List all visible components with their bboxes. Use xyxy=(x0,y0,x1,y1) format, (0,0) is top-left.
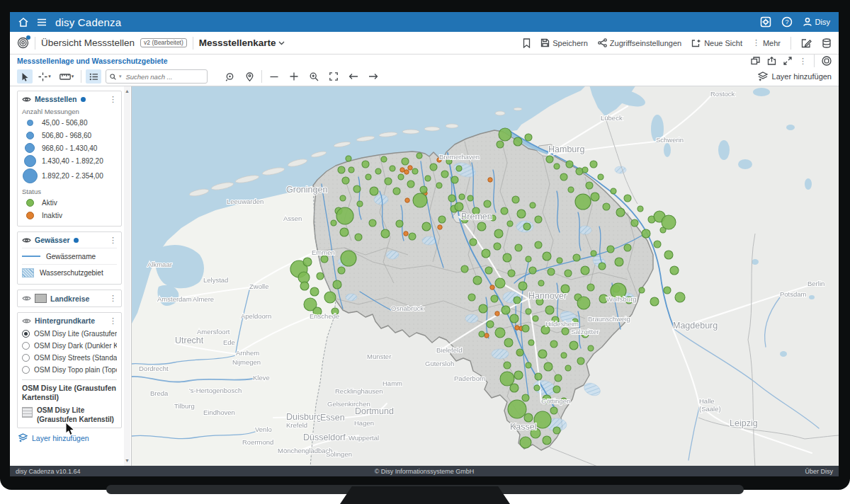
messstelle-point-aktiv[interactable] xyxy=(430,164,437,171)
messstelle-point-aktiv[interactable] xyxy=(300,282,309,290)
help-icon[interactable]: ? xyxy=(781,16,793,28)
messstelle-point-inaktiv[interactable] xyxy=(515,326,519,330)
messstelle-point-aktiv[interactable] xyxy=(654,241,661,248)
messstelle-point-aktiv[interactable] xyxy=(638,206,643,212)
messstelle-point-aktiv[interactable] xyxy=(548,268,555,275)
database-icon[interactable] xyxy=(822,38,832,48)
messstelle-point-aktiv[interactable] xyxy=(470,239,477,246)
messstelle-point-aktiv[interactable] xyxy=(495,328,505,338)
messstelle-point-aktiv[interactable] xyxy=(370,187,378,195)
messstelle-point-aktiv[interactable] xyxy=(639,287,645,293)
messstelle-point-aktiv[interactable] xyxy=(366,174,371,180)
messstelle-point-aktiv[interactable] xyxy=(477,222,486,231)
edit-design-icon[interactable] xyxy=(801,38,812,48)
background-option[interactable]: OSM Disy Dark (Dunkler Karte... xyxy=(22,340,117,352)
menu-icon[interactable] xyxy=(37,18,47,26)
messstelle-point-aktiv[interactable] xyxy=(495,278,505,288)
messstelle-point-aktiv[interactable] xyxy=(573,254,580,261)
locate-point-button[interactable] xyxy=(222,69,237,84)
messstelle-point-inaktiv[interactable] xyxy=(404,231,408,236)
messstelle-point-aktiv[interactable] xyxy=(588,345,594,351)
radio-icon[interactable] xyxy=(22,342,30,350)
messstelle-point-aktiv[interactable] xyxy=(524,413,533,422)
messstelle-point-aktiv[interactable] xyxy=(385,178,392,185)
back-button[interactable] xyxy=(346,69,361,84)
messstelle-point-aktiv[interactable] xyxy=(565,270,572,277)
messstelle-point-aktiv[interactable] xyxy=(409,233,416,240)
messstelle-point-aktiv[interactable] xyxy=(535,241,542,248)
messstelle-point-aktiv[interactable] xyxy=(468,195,473,201)
messstelle-point-aktiv[interactable] xyxy=(587,284,594,291)
messstelle-point-aktiv[interactable] xyxy=(420,186,427,193)
new-view-button[interactable]: Neue Sicht xyxy=(691,39,742,47)
forward-button[interactable] xyxy=(366,69,381,84)
map-view-type-icon[interactable] xyxy=(822,56,832,66)
messstelle-point-aktiv[interactable] xyxy=(631,219,638,227)
messstelle-point-aktiv[interactable] xyxy=(331,220,336,226)
messstelle-point-aktiv[interactable] xyxy=(336,207,353,224)
messstelle-point-aktiv[interactable] xyxy=(390,166,395,171)
messstelle-point-aktiv[interactable] xyxy=(530,202,536,208)
messstelle-point-aktiv[interactable] xyxy=(553,427,560,434)
messstelle-point-aktiv[interactable] xyxy=(555,374,562,382)
messstelle-point-aktiv[interactable] xyxy=(533,316,538,321)
messstelle-point-aktiv[interactable] xyxy=(615,258,623,266)
background-option[interactable]: OSM Disy Lite (Graustufen Kar... xyxy=(22,328,117,340)
visibility-icon[interactable] xyxy=(22,96,31,103)
user-menu[interactable]: Disy xyxy=(803,17,830,27)
messstelle-point-aktiv[interactable] xyxy=(534,411,551,428)
messstelle-point-aktiv[interactable] xyxy=(675,292,685,302)
messstelle-point-aktiv[interactable] xyxy=(575,194,591,210)
messstelle-point-aktiv[interactable] xyxy=(561,353,567,358)
messstelle-point-aktiv[interactable] xyxy=(590,161,597,168)
messstelle-point-aktiv[interactable] xyxy=(535,216,542,223)
zoom-out-button[interactable] xyxy=(266,69,282,84)
scroll-up-icon[interactable]: ▲ xyxy=(124,88,130,95)
visibility-icon[interactable] xyxy=(22,237,31,244)
messstelle-point-aktiv[interactable] xyxy=(520,437,531,448)
pin-button[interactable] xyxy=(242,69,257,84)
messstelle-point-aktiv[interactable] xyxy=(512,196,519,203)
messstelle-point-aktiv[interactable] xyxy=(507,221,513,227)
messstelle-point-aktiv[interactable] xyxy=(581,266,589,275)
visibility-icon[interactable] xyxy=(22,318,31,324)
messstelle-point-aktiv[interactable] xyxy=(413,193,427,207)
messstelle-point-aktiv[interactable] xyxy=(538,280,544,286)
messstelle-point-aktiv[interactable] xyxy=(525,134,532,141)
messstelle-point-aktiv[interactable] xyxy=(529,267,536,274)
messstelle-point-aktiv[interactable] xyxy=(576,168,583,175)
messstelle-point-aktiv[interactable] xyxy=(461,265,468,273)
messstelle-point-aktiv[interactable] xyxy=(515,244,522,251)
messstelle-point-aktiv[interactable] xyxy=(570,341,578,350)
add-layer-button-top[interactable]: Layer hinzufügen xyxy=(758,71,832,81)
messstelle-point-aktiv[interactable] xyxy=(514,371,523,379)
messstelle-point-aktiv[interactable] xyxy=(398,174,404,180)
messstelle-point-aktiv[interactable] xyxy=(534,385,540,391)
messstelle-point-aktiv[interactable] xyxy=(494,229,503,238)
messstelle-point-aktiv[interactable] xyxy=(357,201,363,207)
export-icon[interactable] xyxy=(767,57,776,65)
messstelle-point-aktiv[interactable] xyxy=(616,208,625,217)
messstelle-point-inaktiv[interactable] xyxy=(484,333,489,338)
background-option[interactable]: OSM Disy Topo plain (Topograp... xyxy=(22,364,117,376)
messstelle-point-aktiv[interactable] xyxy=(375,168,381,174)
messstelle-point-aktiv[interactable] xyxy=(484,200,491,207)
messstelle-point-aktiv[interactable] xyxy=(338,267,345,274)
messstelle-point-aktiv[interactable] xyxy=(526,256,531,262)
messstelle-point-aktiv[interactable] xyxy=(577,357,584,365)
messstelle-point-inaktiv[interactable] xyxy=(438,225,442,229)
messstelle-point-aktiv[interactable] xyxy=(508,270,515,277)
messstelle-point-aktiv[interactable] xyxy=(303,258,312,266)
messstelle-point-aktiv[interactable] xyxy=(491,295,498,302)
messstelle-point-aktiv[interactable] xyxy=(425,176,431,181)
messstelle-point-aktiv[interactable] xyxy=(554,164,560,169)
messstelle-point-aktiv[interactable] xyxy=(396,220,403,227)
messstelle-point-aktiv[interactable] xyxy=(341,251,356,266)
messstelle-point-aktiv[interactable] xyxy=(504,362,511,369)
apps-settings-icon[interactable] xyxy=(760,16,771,28)
messstelle-point-aktiv[interactable] xyxy=(402,158,409,165)
messstelle-point-aktiv[interactable] xyxy=(342,177,349,184)
messstelle-point-aktiv[interactable] xyxy=(487,321,494,328)
messstelle-point-aktiv[interactable] xyxy=(577,297,590,309)
panel-landkreise-header[interactable]: Landkreise ⋮ xyxy=(22,294,117,303)
